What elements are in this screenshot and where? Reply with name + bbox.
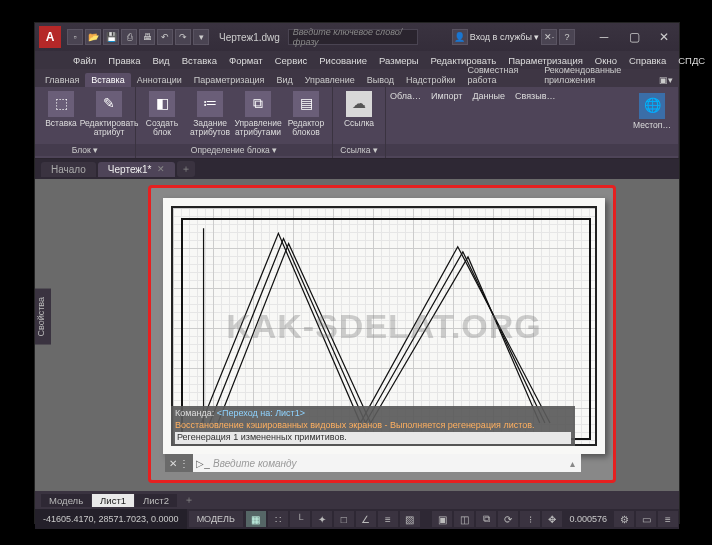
rtab-output[interactable]: Вывод — [361, 73, 400, 87]
layout-add[interactable]: ＋ — [178, 493, 200, 508]
btn-import[interactable]: Импорт — [431, 91, 462, 144]
reference-icon: ☁ — [346, 91, 372, 117]
close-button[interactable]: ✕ — [649, 26, 679, 48]
btn-insert-block[interactable]: ⬚Вставка — [39, 89, 83, 144]
menu-view[interactable]: Вид — [146, 55, 175, 66]
status-dyn-icon[interactable]: ✥ — [542, 511, 562, 527]
cmdline-recent-icon[interactable]: ▴ — [563, 458, 581, 469]
rtab-annotate[interactable]: Аннотации — [131, 73, 188, 87]
login-label[interactable]: Вход в службы — [470, 32, 532, 42]
doctab-drawing1[interactable]: Чертеж1*✕ — [98, 162, 176, 177]
app-window: A ▫ 📂 💾 ⎙ 🖶 ↶ ↷ ▾ Чертеж1.dwg Введите кл… — [34, 22, 680, 524]
rtab-insert[interactable]: Вставка — [85, 73, 130, 87]
rtab-collapse-icon[interactable]: ▣▾ — [653, 73, 679, 87]
document-tabs: Начало Чертеж1*✕ ＋ — [35, 159, 679, 179]
status-ortho-icon[interactable]: └ — [290, 511, 310, 527]
menu-draw[interactable]: Рисование — [313, 55, 373, 66]
status-iso-icon[interactable]: ◫ — [454, 511, 474, 527]
login-dropdown-icon[interactable]: ▾ — [534, 32, 539, 42]
status-polar-icon[interactable]: ✦ — [312, 511, 332, 527]
btn-cloud[interactable]: Обла… — [390, 91, 421, 144]
properties-palette-tab[interactable]: Свойства — [35, 289, 51, 345]
coordinates-readout[interactable]: -41605.4170, 28571.7023, 0.0000 — [35, 509, 187, 529]
rtab-view[interactable]: Вид — [270, 73, 298, 87]
menu-dimension[interactable]: Размеры — [373, 55, 424, 66]
menu-format[interactable]: Формат — [223, 55, 269, 66]
app-logo[interactable]: A — [39, 26, 61, 48]
btn-reference[interactable]: ☁Ссылка — [337, 89, 381, 144]
menu-spds[interactable]: СПДС — [672, 55, 711, 66]
status-custom-icon[interactable]: ≡ — [658, 511, 678, 527]
menu-tools[interactable]: Сервис — [269, 55, 314, 66]
qat-undo-icon[interactable]: ↶ — [157, 29, 173, 45]
panel-ref-title[interactable]: Ссылка ▾ — [333, 144, 385, 156]
status-qp-icon[interactable]: ⧉ — [476, 511, 496, 527]
ribbon: ⬚Вставка ✎Редактировать атрибут Блок ▾ ◧… — [35, 87, 679, 159]
drawing-area[interactable]: Свойства KAK-SDELAT.ORG Команда: <Перехо… — [35, 179, 679, 491]
rtab-addins[interactable]: Надстройки — [400, 73, 461, 87]
status-units-icon[interactable]: ⁝ — [520, 511, 540, 527]
panel-block-title[interactable]: Блок ▾ — [35, 144, 135, 156]
doctab-close-icon[interactable]: ✕ — [157, 164, 165, 174]
btn-define-attrs[interactable]: ≔Задание атрибутов — [188, 89, 232, 144]
exchange-icon[interactable]: ✕· — [541, 29, 557, 45]
search-input[interactable]: Введите ключевое слово/фразу — [288, 29, 418, 45]
btn-edit-attribute[interactable]: ✎Редактировать атрибут — [87, 89, 131, 144]
rtab-collab[interactable]: Совместная работа — [461, 63, 538, 87]
rtab-manage[interactable]: Управление — [299, 73, 361, 87]
status-annoscale-icon[interactable]: ▣ — [432, 511, 452, 527]
doctab-new[interactable]: ＋ — [177, 161, 195, 177]
qat-new-icon[interactable]: ▫ — [67, 29, 83, 45]
status-workspace-icon[interactable]: ⚙ — [614, 511, 634, 527]
menu-insert[interactable]: Вставка — [176, 55, 223, 66]
rtab-featured[interactable]: Рекомендованные приложения — [538, 63, 653, 87]
status-transparency-icon[interactable]: ▨ — [400, 511, 420, 527]
highlighted-viewport: KAK-SDELAT.ORG Команда: <Переход на: Лис… — [148, 185, 616, 483]
qat-more-icon[interactable]: ▾ — [193, 29, 209, 45]
btn-block-editor[interactable]: ▤Редактор блоков — [284, 89, 328, 144]
titlebar: A ▫ 📂 💾 ⎙ 🖶 ↶ ↷ ▾ Чертеж1.dwg Введите кл… — [35, 23, 679, 51]
define-attrs-icon: ≔ — [197, 91, 223, 117]
maximize-button[interactable]: ▢ — [619, 26, 649, 48]
help-menu-icon[interactable]: ? — [559, 29, 575, 45]
command-line[interactable]: ✕ ⋮ ▷_ Введите команду ▴ — [165, 454, 581, 472]
layout-model[interactable]: Модель — [41, 494, 91, 507]
qat-redo-icon[interactable]: ↷ — [175, 29, 191, 45]
qat-saveas-icon[interactable]: ⎙ — [121, 29, 137, 45]
status-lwt-icon[interactable]: ≡ — [378, 511, 398, 527]
status-scale[interactable]: 0.000576 — [563, 514, 613, 524]
menu-file[interactable]: Файл — [67, 55, 102, 66]
btn-location[interactable]: 🌐Местоп… — [630, 91, 674, 144]
rtab-home[interactable]: Главная — [39, 73, 85, 87]
panel-block: ⬚Вставка ✎Редактировать атрибут Блок ▾ — [35, 87, 136, 158]
status-otrack-icon[interactable]: ∠ — [356, 511, 376, 527]
cmdline-input[interactable]: Введите команду — [213, 458, 563, 469]
document-title: Чертеж1.dwg — [219, 32, 280, 43]
btn-manage-attrs[interactable]: ⧉Управление атрибутами — [236, 89, 280, 144]
menu-edit[interactable]: Правка — [102, 55, 146, 66]
status-cycle-icon[interactable]: ⟳ — [498, 511, 518, 527]
btn-create-block[interactable]: ◧Создать блок — [140, 89, 184, 144]
btn-data[interactable]: Данные — [472, 91, 505, 144]
qat-plot-icon[interactable]: 🖶 — [139, 29, 155, 45]
status-snap-icon[interactable]: ∷ — [268, 511, 288, 527]
status-model-toggle[interactable]: МОДЕЛЬ — [189, 511, 243, 527]
rtab-parametric[interactable]: Параметризация — [188, 73, 271, 87]
panel-reference: ☁Ссылка Ссылка ▾ — [333, 87, 386, 158]
doctab-start[interactable]: Начало — [41, 162, 96, 177]
user-icon[interactable]: 👤 — [452, 29, 468, 45]
layout-sheet2[interactable]: Лист2 — [135, 494, 177, 507]
minimize-button[interactable]: ─ — [589, 26, 619, 48]
btn-link[interactable]: Связыв… — [515, 91, 555, 144]
panel-blockdef-title[interactable]: Определение блока ▾ — [136, 144, 332, 156]
status-osnap-icon[interactable]: □ — [334, 511, 354, 527]
qat-open-icon[interactable]: 📂 — [85, 29, 101, 45]
ribbon-tabs: Главная Вставка Аннотации Параметризация… — [35, 69, 679, 87]
layout-sheet1[interactable]: Лист1 — [92, 494, 134, 507]
qat-save-icon[interactable]: 💾 — [103, 29, 119, 45]
edit-attr-icon: ✎ — [96, 91, 122, 117]
status-clean-icon[interactable]: ▭ — [636, 511, 656, 527]
drawing-geometry — [181, 218, 591, 433]
cmdline-handle-icon[interactable]: ✕ ⋮ — [165, 454, 193, 472]
status-grid-icon[interactable]: ▦ — [246, 511, 266, 527]
